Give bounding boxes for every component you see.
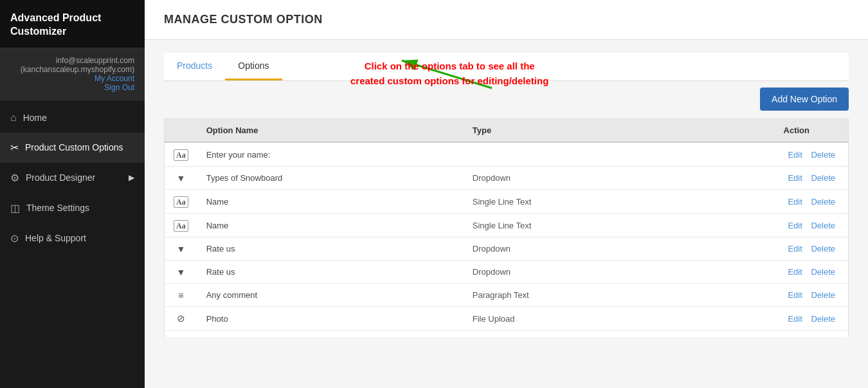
sidebar-item-help-support[interactable]: ⊙ Help & Support (0, 223, 145, 254)
add-new-option-button[interactable]: Add New Option (760, 88, 849, 111)
table-row: AaNameSingle Line Text Edit Delete (165, 214, 849, 237)
delete-link[interactable]: Delete (811, 173, 835, 183)
table-row: ▼Rate usDropdown Edit Delete (165, 261, 849, 284)
edit-link[interactable]: Edit (788, 173, 802, 183)
edit-link[interactable]: Edit (788, 290, 802, 300)
home-icon: ⌂ (10, 112, 17, 124)
designer-icon: ⚙ (10, 172, 19, 184)
sidebar-account: info@scaleupprint.com (kanchanscaleup.my… (0, 48, 145, 100)
edit-link[interactable]: Edit (788, 314, 802, 324)
dropdown-icon: ▼ (176, 267, 185, 277)
table-row: ⊘PhotoFile Upload Edit Delete (165, 307, 849, 331)
delete-link[interactable]: Delete (811, 267, 835, 277)
row-icon: ▼ (165, 261, 197, 284)
row-option-type: Single Checkbox (464, 331, 705, 338)
table-row: ▼Rate usDropdown Edit Delete (165, 237, 849, 261)
edit-link[interactable]: Edit (788, 221, 802, 230)
table-row: AaNameSingle Line Text Edit Delete (165, 190, 849, 214)
account-email: info@scaleupprint.com (56, 56, 134, 65)
toolbar: Add New Option (164, 81, 849, 118)
icon-col-header (165, 119, 197, 143)
row-icon: ▼ (165, 237, 197, 261)
sidebar-nav: ⌂ Home ✂ Product Custom Options ⚙ Produc… (0, 100, 145, 388)
my-account-link[interactable]: My Account (10, 74, 134, 83)
row-action-cell: Edit Delete (705, 261, 848, 284)
row-option-type: Single Line Text (464, 190, 705, 214)
content-area: Products Options Click on the options ta… (145, 40, 868, 388)
theme-icon: ◫ (10, 202, 20, 214)
row-option-type: Dropdown (464, 237, 705, 261)
tabs-bar: Products Options (164, 53, 849, 81)
row-icon: ▼ (165, 167, 197, 190)
sidebar-item-label: Product Designer (26, 172, 95, 183)
row-action-cell: Edit Delete (705, 331, 848, 338)
row-icon: Aa (165, 214, 197, 237)
options-table: Option Name Type Action AaEnter your nam… (164, 118, 849, 337)
table-header-row: Option Name Type Action (165, 119, 849, 143)
row-option-type: Dropdown (464, 261, 705, 284)
row-action-cell: Edit Delete (705, 167, 848, 190)
row-icon: ☑ (165, 331, 197, 338)
main-content: MANAGE CUSTOM OPTION Products Options (145, 0, 868, 388)
sidebar-item-label: Product Custom Options (25, 142, 123, 152)
delete-link[interactable]: Delete (811, 290, 835, 300)
table-row: ▼Types of SnowboardDropdown Edit Delete (165, 167, 849, 190)
row-icon: ⊘ (165, 307, 197, 331)
delete-link[interactable]: Delete (811, 244, 835, 254)
sidebar-logo-text: Advanced Product Customizer (10, 12, 134, 39)
row-action-cell: Edit Delete (705, 214, 848, 237)
sidebar-item-product-custom-options[interactable]: ✂ Product Custom Options (0, 133, 145, 163)
edit-link[interactable]: Edit (788, 244, 802, 254)
row-option-name: Any comment (197, 284, 464, 307)
row-option-name: Rate us (197, 237, 464, 261)
row-icon: ≡ (165, 284, 197, 307)
chevron-right-icon: ▶ (129, 173, 134, 182)
action-header: Action (705, 119, 848, 143)
account-store: (kanchanscaleup.myshopify.com) (21, 65, 134, 74)
scissors-icon: ✂ (10, 142, 19, 154)
edit-link[interactable]: Edit (788, 150, 802, 160)
row-action-cell: Edit Delete (705, 190, 848, 214)
tab-products[interactable]: Products (164, 53, 225, 80)
row-option-name: Like it (197, 331, 464, 338)
option-name-header: Option Name (197, 119, 464, 143)
row-option-type: File Upload (464, 307, 705, 331)
row-action-cell: Edit Delete (705, 142, 848, 167)
edit-link[interactable]: Edit (788, 197, 802, 207)
row-icon: Aa (165, 190, 197, 214)
sidebar-item-label: Help & Support (25, 233, 86, 243)
page-title: MANAGE CUSTOM OPTION (164, 13, 849, 26)
edit-link[interactable]: Edit (788, 267, 802, 277)
page-header: MANAGE CUSTOM OPTION (145, 0, 868, 40)
row-option-type: Paragraph Text (464, 284, 705, 307)
tab-options[interactable]: Options (225, 53, 282, 80)
row-option-name: Types of Snowboard (197, 167, 464, 190)
table-row: ☑Like itSingle Checkbox Edit Delete (165, 331, 849, 338)
text-icon: Aa (174, 149, 188, 161)
row-action-cell: Edit Delete (705, 284, 848, 307)
row-option-type: Single Line Text (464, 214, 705, 237)
dropdown-icon: ▼ (176, 173, 185, 183)
table-row: AaEnter your name: Edit Delete (165, 142, 849, 167)
sidebar-item-label: Theme Settings (26, 203, 89, 213)
sidebar-logo: Advanced Product Customizer (0, 0, 145, 48)
table-row: ≡Any commentParagraph Text Edit Delete (165, 284, 849, 307)
sidebar-item-label: Home (23, 113, 47, 123)
dropdown-icon: ▼ (176, 244, 185, 254)
sidebar-item-theme-settings[interactable]: ◫ Theme Settings (0, 193, 145, 223)
text-icon: Aa (174, 196, 188, 208)
text-icon: Aa (174, 220, 188, 232)
options-table-wrapper: Option Name Type Action AaEnter your nam… (164, 118, 849, 337)
sign-out-link[interactable]: Sign Out (10, 83, 134, 92)
sidebar: Advanced Product Customizer info@scaleup… (0, 0, 145, 388)
sidebar-item-product-designer[interactable]: ⚙ Product Designer ▶ (0, 163, 145, 193)
row-option-type (464, 142, 705, 167)
delete-link[interactable]: Delete (811, 221, 835, 230)
paragraph-icon: ≡ (178, 290, 183, 300)
row-option-name: Photo (197, 307, 464, 331)
type-header: Type (464, 119, 705, 143)
delete-link[interactable]: Delete (811, 197, 835, 207)
delete-link[interactable]: Delete (811, 314, 835, 324)
sidebar-item-home[interactable]: ⌂ Home (0, 103, 145, 133)
delete-link[interactable]: Delete (811, 150, 835, 160)
